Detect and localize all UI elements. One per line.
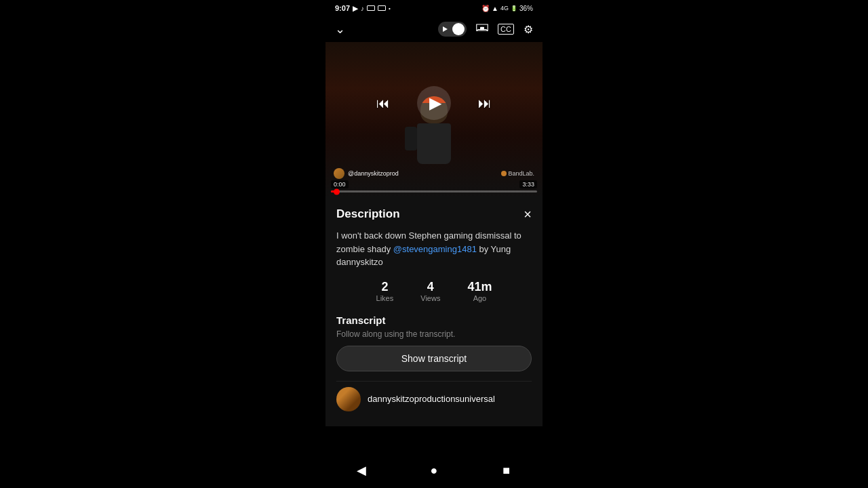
close-description-button[interactable]: × (524, 207, 532, 221)
chevron-down-icon[interactable]: ⌄ (335, 22, 345, 37)
video-bottom-bar: @dannyskitzoprod BandLab. 0:00 3:33 (326, 164, 542, 198)
bandlab-logo-icon (501, 171, 507, 176)
yt-icon: ▶ (353, 5, 358, 12)
channel-bar: @dannyskitzoprod BandLab. (331, 167, 537, 180)
bottom-nav: ◀ ● ■ (326, 455, 542, 488)
toggle-play-icon (443, 26, 448, 32)
music-icon: ♪ (361, 5, 364, 12)
current-time: 0:00 (331, 180, 349, 188)
skip-back-icon[interactable]: ⏮ (376, 96, 390, 111)
stats-row: 2 Likes 4 Views 41m Ago (336, 280, 532, 302)
signal-label: 4G (500, 5, 509, 12)
progress-dot (334, 188, 340, 195)
mention-link[interactable]: @stevengaming1481 (393, 244, 477, 254)
cast-icon[interactable] (476, 24, 488, 35)
channel-avatar-small (334, 168, 344, 179)
play-pause-button[interactable]: ▶ (417, 86, 451, 120)
battery-icon: 🔋 (511, 5, 517, 12)
home-button[interactable]: ● (420, 461, 448, 480)
show-transcript-button[interactable]: Show transcript (336, 346, 532, 371)
description-title: Description (336, 207, 400, 221)
svg-rect-0 (480, 26, 484, 30)
status-time: 9:07 ▶ ♪ • (335, 4, 391, 12)
video-player[interactable]: ⏮ ▶ ⏭ @dannyskitzoprod BandLab. (326, 42, 542, 198)
dot-status: • (389, 5, 391, 12)
channel-avatar (336, 387, 361, 411)
likes-label: Likes (376, 294, 394, 302)
toggle-knob (452, 23, 465, 35)
status-right: ⏰ ▲ 4G 🔋 36% (481, 5, 533, 12)
playback-controls: ⏮ ▶ ⏭ (326, 83, 542, 123)
battery-percent: 36% (519, 5, 533, 12)
skip-forward-icon[interactable]: ⏭ (478, 96, 492, 111)
channel-avatar-img (336, 387, 361, 411)
video-controls-overlay: ⏮ ▶ ⏭ @dannyskitzoprod BandLab. (326, 42, 542, 198)
transcript-title: Transcript (336, 314, 532, 326)
views-stat: 4 Views (420, 280, 440, 302)
top-controls-right: CC ⚙ (438, 22, 533, 37)
channel-name[interactable]: dannyskitzoproductionsuniversal (368, 394, 495, 404)
alarm-icon: ⏰ (481, 5, 490, 12)
captions-icon[interactable]: CC (498, 24, 514, 35)
transcript-subtitle: Follow along using the transcript. (336, 329, 532, 339)
screen2-icon (378, 5, 386, 11)
video-spacer (326, 42, 542, 83)
home-icon: ● (431, 464, 438, 478)
duration: 3:33 (519, 180, 537, 188)
time-row: 0:00 3:33 (331, 180, 537, 188)
progress-bar[interactable] (331, 190, 537, 192)
recents-button[interactable]: ■ (493, 461, 520, 480)
views-label: Views (420, 294, 440, 302)
channel-handle: @dannyskitzoprod (348, 170, 399, 177)
views-value: 4 (420, 280, 440, 294)
top-controls-bar: ⌄ CC ⚙ (326, 16, 542, 42)
bandlab-watermark: BandLab. (501, 170, 534, 177)
description-panel: Description × I won't back down Stephen … (326, 198, 542, 426)
likes-stat: 2 Likes (376, 280, 394, 302)
screen-icon (367, 5, 375, 11)
top-controls-left: ⌄ (335, 22, 345, 37)
play-icon: ▶ (429, 94, 441, 113)
transcript-section: Transcript Follow along using the transc… (336, 314, 532, 371)
back-icon: ◀ (357, 463, 366, 478)
settings-icon[interactable]: ⚙ (524, 23, 533, 36)
time-display: 9:07 (335, 4, 350, 12)
ago-label: Ago (467, 294, 492, 302)
recents-icon: ■ (502, 464, 510, 478)
channel-row: dannyskitzoproductionsuniversal (336, 381, 532, 417)
back-button[interactable]: ◀ (348, 461, 375, 480)
ago-stat: 41m Ago (467, 280, 492, 302)
progress-fill (331, 190, 337, 192)
play-toggle[interactable] (438, 22, 467, 37)
video-spacer2 (326, 123, 542, 164)
description-header: Description × (336, 207, 532, 221)
signal-icon: ▲ (492, 5, 498, 12)
status-bar: 9:07 ▶ ♪ • ⏰ ▲ 4G 🔋 36% (326, 0, 542, 16)
description-text: I won't back down Stephen gaming dismiss… (336, 229, 532, 269)
likes-value: 2 (376, 280, 394, 294)
ago-value: 41m (467, 280, 492, 294)
bandlab-text: BandLab. (508, 170, 534, 177)
